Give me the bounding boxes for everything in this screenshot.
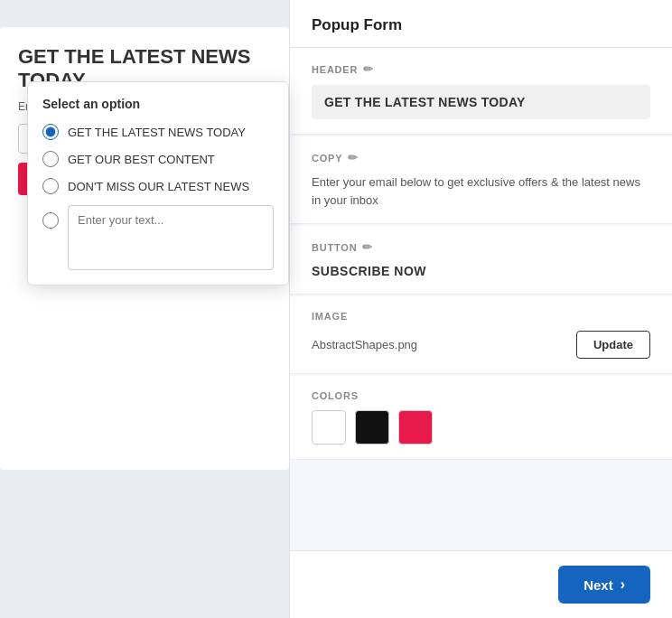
custom-text-area[interactable] — [68, 205, 274, 270]
colors-section-label: COLORS — [312, 390, 650, 401]
header-value-box: GET THE LATEST NEWS TODAY — [312, 85, 650, 119]
copy-section: COPY ✏ Enter your email below to get exc… — [290, 136, 672, 224]
button-section: BUTTON ✏ SUBSCRIBE NOW — [290, 226, 672, 295]
header-section: HEADER ✏ GET THE LATEST NEWS TODAY — [290, 48, 672, 135]
radio-option-3[interactable]: DON'T MISS OUR LATEST NEWS — [42, 178, 274, 194]
option-dropdown[interactable]: Select an option GET THE LATEST NEWS TOD… — [27, 81, 289, 286]
radio-option-2[interactable]: GET OUR BEST CONTENT — [42, 151, 274, 167]
radio-input-1[interactable] — [42, 124, 59, 140]
next-arrow-icon: › — [621, 576, 625, 593]
image-section-label: IMAGE — [312, 311, 650, 322]
radio-input-2[interactable] — [42, 151, 59, 167]
color-swatch-white[interactable] — [312, 410, 346, 445]
radio-label-2: GET OUR BEST CONTENT — [68, 153, 215, 166]
radio-input-custom[interactable] — [42, 212, 59, 229]
right-panel: Popup Form HEADER ✏ GET THE LATEST NEWS … — [289, 0, 672, 618]
copy-value-text: Enter your email below to get exclusive … — [312, 173, 650, 209]
image-section: IMAGE AbstractShapes.png Update — [290, 296, 672, 374]
copy-edit-icon[interactable]: ✏ — [348, 151, 359, 164]
color-swatch-red[interactable] — [398, 410, 433, 445]
header-value-text: GET THE LATEST NEWS TODAY — [324, 95, 526, 109]
radio-label-3: DON'T MISS OUR LATEST NEWS — [68, 180, 249, 193]
left-panel: GET THE LATEST NEWS TODAY Enter your ema… — [0, 0, 289, 618]
copy-section-label: COPY ✏ — [312, 151, 650, 164]
colors-row — [312, 410, 650, 445]
radio-label-1: GET THE LATEST NEWS TODAY — [68, 126, 246, 139]
popup-form-title: Popup Form — [312, 16, 402, 33]
radio-input-3[interactable] — [42, 178, 59, 194]
right-panel-footer: Next › — [290, 550, 672, 618]
next-button-label: Next — [583, 577, 613, 593]
update-image-button[interactable]: Update — [576, 331, 650, 359]
color-swatch-black[interactable] — [355, 410, 389, 445]
image-filename: AbstractShapes.png — [312, 338, 417, 351]
colors-section: COLORS — [290, 376, 672, 460]
radio-option-1[interactable]: GET THE LATEST NEWS TODAY — [42, 124, 274, 140]
next-button[interactable]: Next › — [558, 566, 650, 604]
button-value-text: SUBSCRIBE NOW — [312, 264, 426, 278]
radio-option-custom[interactable] — [42, 205, 274, 270]
dropdown-title: Select an option — [42, 97, 274, 111]
button-section-label: BUTTON ✏ — [312, 240, 650, 254]
image-row: AbstractShapes.png Update — [312, 331, 650, 359]
header-section-label: HEADER ✏ — [312, 62, 650, 76]
right-panel-header: Popup Form — [290, 0, 672, 48]
header-edit-icon[interactable]: ✏ — [363, 62, 374, 76]
right-panel-body: HEADER ✏ GET THE LATEST NEWS TODAY COPY … — [290, 48, 672, 550]
button-edit-icon[interactable]: ✏ — [362, 240, 373, 254]
